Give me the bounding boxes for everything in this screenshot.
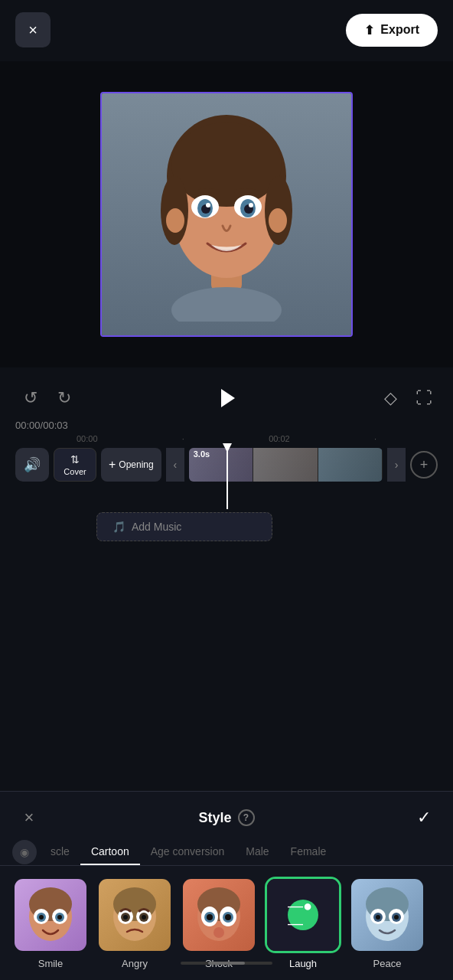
- svg-point-15: [206, 203, 210, 207]
- ruler-mark-2: 00:02: [269, 434, 290, 443]
- add-music-label: Add Music: [132, 521, 181, 533]
- style-item-label-laugh: Laugh: [289, 958, 317, 969]
- ruler-dot-1: ·: [182, 434, 184, 443]
- thumb-3: [318, 448, 383, 482]
- svg-point-24: [57, 915, 62, 920]
- svg-point-8: [269, 208, 287, 233]
- tab-age-conversion[interactable]: Age conversion: [140, 839, 236, 865]
- tab-cartoon[interactable]: Cartoon: [80, 839, 140, 865]
- scroll-thumb: [208, 962, 245, 965]
- ruler-dot-2: ·: [374, 434, 376, 443]
- style-face-laugh: —●—: [267, 879, 339, 951]
- controls-area: ↺ ↻ ◇ ⛶ 00:00/00:03 00:00 · 00:02 · 🔊 ⇅ …: [0, 375, 453, 549]
- opening-button[interactable]: + Opening: [101, 448, 161, 482]
- export-label: Export: [380, 23, 419, 37]
- close-button[interactable]: ×: [15, 12, 51, 47]
- style-item-shock[interactable]: Shock: [181, 877, 257, 969]
- track-left-expand[interactable]: ‹: [166, 448, 184, 482]
- playback-controls: ↺ ↻ ◇ ⛶: [15, 383, 438, 413]
- opening-label: Opening: [119, 459, 153, 470]
- style-header: × Style ? ✓: [0, 792, 453, 839]
- style-item-label-peace: Peace: [373, 958, 402, 969]
- fullscreen-button[interactable]: ⛶: [410, 384, 438, 412]
- tab-muscle[interactable]: scle: [40, 839, 80, 865]
- style-item-label-smile: Smile: [38, 958, 64, 969]
- style-help-icon: ?: [238, 809, 255, 826]
- music-icon: 🎵: [112, 521, 125, 533]
- tab-male[interactable]: Male: [235, 839, 279, 865]
- svg-point-49: [376, 915, 380, 920]
- add-music-button[interactable]: 🎵 Add Music: [96, 512, 272, 541]
- svg-point-40: [225, 914, 231, 920]
- peace-svg: [357, 884, 418, 946]
- cover-button[interactable]: ⇅ Cover: [54, 448, 96, 482]
- track-duration: 3.0s: [194, 449, 210, 459]
- timeline-cursor: [226, 448, 228, 509]
- svg-point-39: [207, 914, 213, 920]
- play-icon: [221, 389, 235, 407]
- timeline-area: 🔊 ⇅ Cover + Opening ‹ 3.0s › +: [15, 448, 438, 509]
- svg-point-42: [213, 927, 224, 938]
- play-button[interactable]: [213, 383, 243, 413]
- style-item-angry[interactable]: Angry: [96, 877, 173, 969]
- tab-female[interactable]: Female: [280, 839, 337, 865]
- video-frame: [100, 92, 353, 337]
- view-controls: ◇ ⛶: [376, 384, 438, 412]
- video-preview: [0, 61, 453, 368]
- angry-svg: [104, 884, 165, 946]
- style-face-angry: [99, 879, 171, 951]
- timeline-ruler: 00:00 · 00:02 ·: [15, 434, 438, 443]
- style-face-peace: [351, 879, 423, 951]
- video-face: [102, 93, 351, 335]
- current-time: 00:00: [15, 420, 41, 431]
- cover-label: Cover: [64, 467, 86, 476]
- style-tabs: ◉ scle Cartoon Age conversion Male Femal…: [0, 839, 453, 866]
- svg-point-23: [39, 915, 44, 920]
- svg-point-32: [142, 915, 146, 920]
- video-track: 3.0s: [189, 448, 383, 482]
- shock-svg: [188, 884, 249, 946]
- add-icon: +: [109, 458, 116, 472]
- total-time: 00:03: [43, 420, 68, 431]
- svg-point-2: [171, 287, 282, 322]
- style-confirm-button[interactable]: ✓: [410, 804, 438, 831]
- style-item-label-angry: Angry: [122, 958, 148, 969]
- time-display: 00:00/00:03: [15, 420, 438, 431]
- style-item-thumb-smile: [12, 877, 89, 953]
- svg-point-50: [394, 915, 399, 920]
- style-item-thumb-shock: [181, 877, 257, 953]
- style-item-peace[interactable]: Peace: [349, 877, 425, 969]
- export-button[interactable]: ⬆ Export: [346, 14, 438, 47]
- svg-point-16: [249, 203, 253, 207]
- style-item-thumb-laugh: —●—: [265, 877, 341, 953]
- track-add-button[interactable]: +: [410, 451, 438, 479]
- ruler-mark-1: 00:00: [77, 434, 98, 443]
- export-icon: ⬆: [364, 23, 374, 38]
- style-face-shock: [183, 879, 255, 951]
- scroll-indicator: [181, 962, 272, 965]
- style-item-laugh[interactable]: —●— Laugh: [265, 877, 341, 969]
- style-item-smile[interactable]: Smile: [12, 877, 89, 969]
- style-item-thumb-peace: [349, 877, 425, 953]
- style-title-text: Style: [198, 810, 231, 826]
- redo-button[interactable]: ↻: [49, 383, 80, 413]
- style-title: Style ?: [198, 809, 254, 826]
- style-panel: × Style ? ✓ ◉ scle Cartoon Age conversio…: [0, 791, 453, 980]
- track-right-expand[interactable]: ›: [387, 448, 406, 482]
- app-header: × ⬆ Export: [0, 0, 453, 60]
- style-close-button[interactable]: ×: [15, 804, 43, 831]
- style-item-thumb-angry: [96, 877, 173, 953]
- laugh-selected-icon: —●—: [288, 900, 318, 930]
- tab-icon-button[interactable]: ◉: [12, 840, 37, 864]
- undo-button[interactable]: ↺: [15, 383, 46, 413]
- cover-arrows-icon: ⇅: [70, 453, 80, 466]
- smile-svg: [20, 884, 81, 946]
- style-face-smile: [15, 879, 86, 951]
- svg-point-31: [123, 915, 128, 920]
- face-svg: [150, 107, 303, 322]
- thumb-2: [253, 448, 318, 482]
- volume-button[interactable]: 🔊: [15, 448, 49, 482]
- transform-button[interactable]: ◇: [376, 384, 404, 412]
- svg-point-7: [166, 208, 184, 233]
- svg-point-4: [171, 122, 282, 207]
